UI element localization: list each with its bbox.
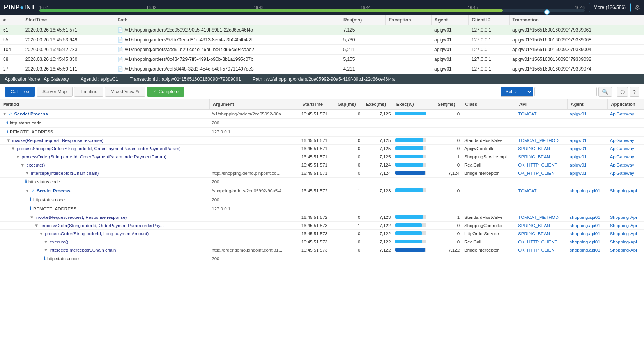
api-link[interactable]: TOMCAT bbox=[518, 188, 537, 193]
col-class: Class bbox=[462, 99, 516, 109]
agent-link[interactable]: apigw01 bbox=[570, 146, 587, 151]
cell-agent bbox=[568, 254, 608, 263]
agent-link[interactable]: apigw01 bbox=[570, 171, 587, 176]
api-link[interactable]: TOMCAT bbox=[518, 112, 537, 116]
app-link[interactable]: ApiGateway bbox=[610, 138, 634, 143]
cell-path[interactable]: 📄/v1/shopping/orders/97fb73ee-d81d-4913-… bbox=[114, 35, 340, 45]
time-label-2: 16:42 bbox=[147, 5, 156, 10]
chevron-icon[interactable]: ▼ bbox=[25, 171, 29, 176]
tab-complete[interactable]: ✓Complete bbox=[147, 87, 184, 97]
cell-path[interactable]: 📄/v1/shopping/orders/2ce05992-90a5-419f-… bbox=[114, 25, 340, 35]
expand-icon[interactable]: ⬡ bbox=[617, 87, 628, 97]
chevron-icon[interactable]: ▼ bbox=[44, 248, 48, 252]
cell-path[interactable]: 📄/v1/shopping/orders/8c434729-7ff5-4991-… bbox=[114, 55, 340, 64]
api-link[interactable]: OK_HTTP_CLIENT bbox=[518, 248, 557, 252]
chevron-icon[interactable]: ▼ bbox=[25, 188, 29, 193]
cell-exception bbox=[386, 45, 431, 55]
app-link[interactable]: Shopping-Api bbox=[610, 240, 637, 244]
table-row[interactable]: 27 2020.03.26 16:45:59 111 📄/v1/shopping… bbox=[0, 64, 644, 74]
cell-api bbox=[516, 119, 567, 128]
col-argument: Argument bbox=[209, 99, 299, 109]
chevron-icon[interactable]: ▼ bbox=[20, 163, 25, 167]
cell-gap: 0 bbox=[334, 161, 363, 169]
api-link[interactable]: TOMCAT_METHOD bbox=[518, 215, 559, 220]
api-link[interactable]: OK_HTTP_CLIENT bbox=[518, 163, 557, 167]
cell-class: StandardHostValve bbox=[462, 213, 516, 222]
cell-api: TOMCAT_METHOD bbox=[516, 213, 567, 222]
chevron-icon[interactable]: ▼ bbox=[11, 146, 15, 151]
tab-timeline[interactable]: Timeline bbox=[74, 87, 103, 97]
agent-link[interactable]: apigw01 bbox=[570, 163, 587, 167]
agent-link[interactable]: shopping.api01 bbox=[570, 248, 600, 252]
agent-link[interactable]: apigw01 bbox=[570, 138, 587, 143]
agent-link[interactable]: apigw01 bbox=[570, 112, 587, 116]
agent-link[interactable]: shopping.api01 bbox=[570, 240, 600, 244]
cell-id: 27 bbox=[0, 64, 22, 74]
tab-mixed-view[interactable]: Mixed View ✎ bbox=[105, 87, 145, 97]
app-link[interactable]: ApiGateway bbox=[610, 163, 634, 167]
cell-agent: apigw01 bbox=[568, 145, 608, 153]
search-input[interactable] bbox=[534, 87, 597, 96]
cell-application: Shopping-Api bbox=[608, 246, 644, 254]
chevron-icon[interactable]: ▼ bbox=[44, 240, 48, 244]
app-link[interactable]: Shopping-Api bbox=[610, 248, 637, 252]
agent-link[interactable]: shopping.api01 bbox=[570, 188, 600, 193]
app-link[interactable]: ApiGateway bbox=[610, 171, 634, 176]
cell-argument bbox=[209, 222, 299, 230]
agent-link[interactable]: shopping.api01 bbox=[570, 215, 600, 220]
chevron-icon[interactable]: ▼ bbox=[30, 215, 34, 220]
col-transaction: Transaction bbox=[509, 15, 644, 25]
cell-self: 0 bbox=[434, 109, 462, 119]
api-link[interactable]: SPRING_BEAN bbox=[518, 223, 550, 228]
cell-path[interactable]: 📄/v1/shopping/orders/edf58448-32d3-454c-… bbox=[114, 64, 340, 74]
app-link[interactable]: ApiGateway bbox=[610, 146, 634, 151]
chevron-icon[interactable]: ▼ bbox=[2, 112, 7, 116]
app-link[interactable]: Shopping-Api bbox=[610, 231, 637, 236]
cell-application bbox=[608, 204, 644, 213]
settings-icon[interactable]: ⚙ bbox=[635, 4, 640, 11]
cell-res: 7,125 bbox=[340, 25, 385, 35]
col-method: Method bbox=[0, 99, 209, 109]
api-link[interactable]: OK_HTTP_CLIENT bbox=[518, 171, 557, 176]
app-link[interactable]: Shopping-Api bbox=[610, 188, 637, 193]
chevron-icon[interactable]: ▼ bbox=[34, 223, 39, 228]
cell-api bbox=[516, 195, 567, 204]
help-icon[interactable]: ? bbox=[630, 87, 639, 97]
table-row[interactable]: 55 2020.03.26 16:45:53 949 📄/v1/shopping… bbox=[0, 35, 644, 45]
cell-argument bbox=[209, 230, 299, 238]
cell-argument bbox=[209, 145, 299, 153]
cell-method: ▼invoke(Request request, Response respon… bbox=[0, 213, 209, 222]
api-link[interactable]: SPRING_BEAN bbox=[518, 146, 550, 151]
chevron-icon[interactable]: ▼ bbox=[16, 155, 20, 159]
agent-link[interactable]: shopping.api01 bbox=[570, 223, 600, 228]
table-row[interactable]: 88 2020.03.26 16:45:45 350 📄/v1/shopping… bbox=[0, 55, 644, 64]
api-link[interactable]: SPRING_BEAN bbox=[518, 155, 550, 159]
api-link[interactable]: TOMCAT_METHOD bbox=[518, 138, 559, 143]
table-row[interactable]: 104 2020.03.26 16:45:42 733 📄/v1/shoppin… bbox=[0, 45, 644, 55]
tab-call-tree[interactable]: Call Tree bbox=[5, 87, 35, 97]
cell-method: ℹhttp.status.code bbox=[0, 119, 209, 128]
cell-path[interactable]: 📄/v1/shopping/orders/aad91b29-ce4e-46b6-… bbox=[114, 45, 340, 55]
agent-link[interactable]: shopping.api01 bbox=[570, 231, 600, 236]
chevron-icon[interactable]: ▼ bbox=[39, 231, 43, 236]
api-link[interactable]: OK_HTTP_CLIENT bbox=[518, 240, 557, 244]
cell-id: 55 bbox=[0, 35, 22, 45]
filter-select[interactable]: Self >= Exec >= All bbox=[501, 87, 533, 97]
col-path: Path bbox=[114, 15, 340, 25]
tab-server-map[interactable]: Server Map bbox=[37, 87, 73, 97]
calltree-table: Method Argument StartTime Gap(ms) Exec(m… bbox=[0, 99, 644, 263]
info-icon: ℹ bbox=[6, 129, 8, 135]
exec-bar-container bbox=[395, 155, 426, 158]
api-link[interactable]: SPRING_BEAN bbox=[518, 231, 550, 236]
more-button[interactable]: More (126/586) bbox=[589, 3, 631, 12]
cell-argument bbox=[209, 137, 299, 145]
table-row[interactable]: 61 2020.03.26 16:45:51 571 📄/v1/shopping… bbox=[0, 25, 644, 35]
app-link[interactable]: ApiGateway bbox=[610, 112, 634, 116]
exec-bar bbox=[395, 188, 423, 192]
agent-link[interactable]: apigw01 bbox=[570, 155, 587, 159]
chevron-icon[interactable]: ▼ bbox=[6, 138, 11, 143]
app-link[interactable]: ApiGateway bbox=[610, 155, 634, 159]
app-link[interactable]: Shopping-Api bbox=[610, 215, 637, 220]
app-link[interactable]: Shopping-Api bbox=[610, 223, 637, 228]
search-button[interactable]: 🔍 bbox=[598, 87, 612, 97]
